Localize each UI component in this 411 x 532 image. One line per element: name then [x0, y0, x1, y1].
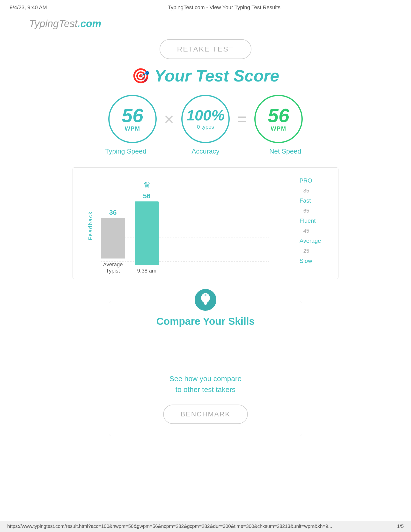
- axis-labels: PRO 85 Fast 65 Fluent 45 Average: [292, 177, 324, 274]
- bar-group-average: 36 AverageTypist: [101, 209, 125, 274]
- compare-card: Compare Your Skills See how you compare …: [109, 301, 302, 436]
- svg-point-8: [205, 294, 206, 296]
- typing-speed-label: Typing Speed: [102, 148, 150, 155]
- score-labels-row: Typing Speed Accuracy Net Speed: [102, 148, 309, 155]
- benchmark-button[interactable]: BENCHMARK: [163, 405, 248, 424]
- typing-speed-value: 56: [121, 106, 143, 125]
- status-bar: https://www.typingtest.com/result.html?a…: [0, 521, 411, 532]
- score-gauge-icon: 🎯: [132, 67, 150, 84]
- axis-item-average: Average: [299, 238, 324, 244]
- axis-item-fluent: Fluent: [299, 217, 324, 224]
- net-speed-value: 56: [268, 106, 290, 125]
- accuracy-percentage: 100%: [187, 108, 225, 123]
- axis-name-pro: PRO: [299, 177, 324, 184]
- typing-speed-circle: 56 WPM: [108, 95, 157, 143]
- feedback-label: Feedback: [87, 211, 93, 240]
- compare-icon-wrap: [195, 289, 216, 311]
- main-content: RETAKE TEST 🎯 Your Test Score 56 WPM × 1…: [0, 34, 411, 451]
- chart-container: Feedback 36 AverageTypist: [73, 167, 338, 279]
- accuracy-label: Accuracy: [181, 148, 230, 155]
- net-speed-label: Net Speed: [261, 148, 309, 155]
- axis-item-85: 85: [299, 188, 324, 194]
- svg-rect-6: [204, 303, 207, 304]
- typing-speed-unit: WPM: [125, 125, 140, 132]
- axis-val-25: 25: [299, 248, 309, 254]
- axis-item-fast: Fast: [299, 197, 324, 204]
- bar-label-user: 9:38 am: [137, 268, 156, 274]
- score-heading-text: Your Test Score: [154, 66, 279, 85]
- svg-rect-5: [204, 302, 207, 303]
- chart-inner: Feedback 36 AverageTypist: [87, 177, 324, 274]
- svg-rect-7: [205, 304, 206, 305]
- logo: TypingTest.com: [29, 18, 101, 29]
- bar-rect-avg: [101, 218, 125, 258]
- status-url: https://www.typingtest.com/result.html?a…: [7, 523, 332, 529]
- logo-suffix: .com: [78, 18, 101, 29]
- status-pagination: 1/5: [397, 523, 404, 529]
- logo-area: TypingTest.com: [0, 13, 411, 34]
- lightbulb-icon: [199, 293, 212, 307]
- browser-timestamp: 9/4/23, 9:40 AM: [10, 4, 47, 11]
- score-circles-row: 56 WPM × 100% 0 typos = 56 WPM: [108, 95, 303, 143]
- axis-item-pro: PRO: [299, 177, 324, 184]
- axis-val-85: 85: [299, 188, 309, 194]
- axis-name-fluent: Fluent: [299, 217, 324, 224]
- bar-rect-user: [135, 201, 159, 265]
- axis-val-65: 65: [299, 208, 309, 214]
- axis-name-average: Average: [299, 238, 324, 244]
- net-speed-unit: WPM: [271, 125, 287, 132]
- axis-name-slow: Slow: [299, 257, 324, 264]
- axis-item-25: 25: [299, 248, 324, 254]
- bar-label-avg: AverageTypist: [103, 261, 123, 274]
- browser-title: TypingTest.com - View Your Typing Test R…: [168, 4, 280, 11]
- browser-bar: 9/4/23, 9:40 AM TypingTest.com - View Yo…: [0, 0, 411, 13]
- compare-card-title: Compare Your Skills: [156, 316, 255, 327]
- axis-val-45: 45: [299, 228, 309, 234]
- crown-icon: ♛: [143, 180, 150, 190]
- bar-group-user: ♛ 56 9:38 am: [135, 192, 159, 274]
- compare-icon: [195, 289, 216, 311]
- accuracy-typos: 0 typos: [197, 124, 214, 130]
- axis-item-45: 45: [299, 228, 324, 234]
- bar-avg-value: 36: [109, 209, 117, 216]
- bar-area: 36 AverageTypist ♛ 56 9:38 am: [101, 177, 292, 274]
- equals-operator: =: [237, 109, 247, 129]
- compare-description: See how you compare to other test takers: [169, 373, 242, 395]
- bar-user-value: 56: [143, 192, 150, 200]
- axis-name-fast: Fast: [299, 197, 324, 204]
- chart-grid-lines: [101, 177, 292, 274]
- axis-item-65: 65: [299, 208, 324, 214]
- multiply-operator: ×: [164, 109, 174, 129]
- net-speed-circle: 56 WPM: [254, 95, 303, 143]
- axis-item-slow: Slow: [299, 257, 324, 264]
- retake-test-button[interactable]: RETAKE TEST: [159, 39, 251, 59]
- logo-main: TypingTest: [29, 18, 78, 29]
- accuracy-circle: 100% 0 typos: [181, 95, 230, 143]
- score-heading: 🎯 Your Test Score: [132, 66, 279, 85]
